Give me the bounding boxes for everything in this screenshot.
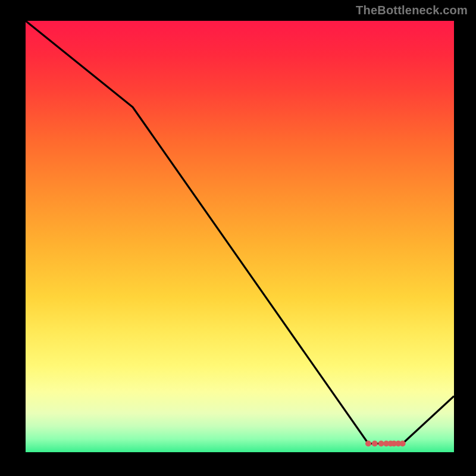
bottleneck-curve bbox=[26, 21, 454, 444]
watermark-text: TheBottleneck.com bbox=[356, 4, 468, 17]
chart-svg bbox=[26, 21, 454, 452]
optimal-dot bbox=[400, 441, 406, 447]
optimal-dot bbox=[372, 441, 378, 447]
plot-area bbox=[24, 21, 454, 454]
chart-container: TheBottleneck.com bbox=[0, 0, 476, 476]
optimal-dot bbox=[365, 441, 371, 447]
optimal-dot bbox=[378, 441, 384, 447]
